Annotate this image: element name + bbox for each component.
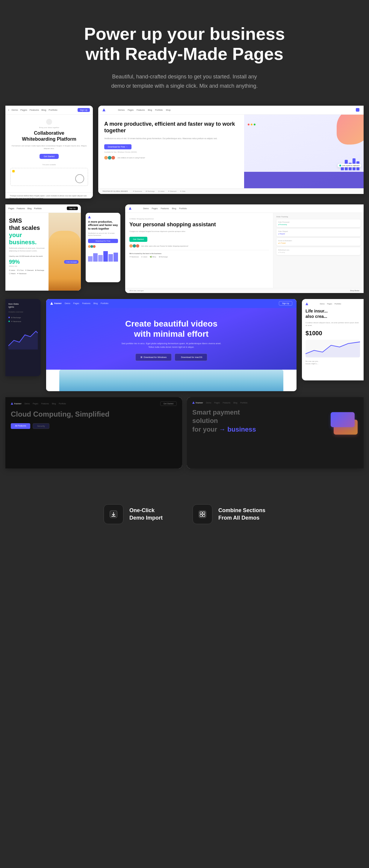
svg-rect-4 [199,510,206,518]
combine-icon [198,509,207,519]
card-video: framer Demo Pages Features Blog Portfoli… [46,299,296,391]
card-cloud: framer Demo Pages Features Blog Portfoli… [5,397,182,468]
feature-item-import: One-Click Demo Import [104,504,163,524]
feature-label-import: One-Click Demo Import [130,507,163,521]
feature-label-combine: Combine Sections From All Demos [218,507,265,521]
feature-icon-import [104,504,123,524]
gallery-section: r Demo Pages Features Blog Portfolio Sig… [0,106,369,486]
card-shopping: framer Demo Pages Features Blog Portfoli… [125,205,364,293]
page-title: Power up your business with Ready-Made P… [60,24,309,64]
features-section: One-Click Demo Import Combine Sections F… [0,489,369,548]
gallery-row-3: tion Dataights Analytics overview ⊕ Rech… [5,299,364,391]
card-insurance: framer Demo Pages Portfolio Life insur..… [302,299,364,380]
card-mobile: framer A more productive, efficient and … [86,213,120,282]
card-partial-left: tion Dataights Analytics overview ⊕ Rech… [5,299,41,376]
svg-marker-1 [306,342,360,357]
download-icon [109,509,118,519]
feature-item-combine: Combine Sections From All Demos [193,504,265,524]
card-payment: framer Demo Pages Features Blog Portfoli… [187,397,364,468]
card-sms: Pages Features Blog Portfolio Sign Up SM… [5,205,81,291]
card-whiteboard: r Demo Pages Features Blog Portfolio Sig… [5,106,93,198]
framer-logo-icon [103,108,106,111]
header-section: Power up your business with Ready-Made P… [0,0,369,106]
feature-text-import: One-Click Demo Import [130,507,163,521]
feature-icon-combine [193,504,212,524]
gallery-row-2: Pages Features Blog Portfolio Sign Up SM… [5,205,364,293]
page-subtitle: Beautiful, hand-crafted designs to get y… [107,72,262,90]
feature-text-combine: Combine Sections From All Demos [218,507,265,521]
svg-marker-0 [8,331,38,350]
card-framer-top: framer Demos Pages Features Blog Portfol… [98,106,364,194]
gallery-row-1: r Demo Pages Features Blog Portfolio Sig… [5,106,364,198]
gallery-row-4: framer Demo Pages Features Blog Portfoli… [5,397,364,468]
